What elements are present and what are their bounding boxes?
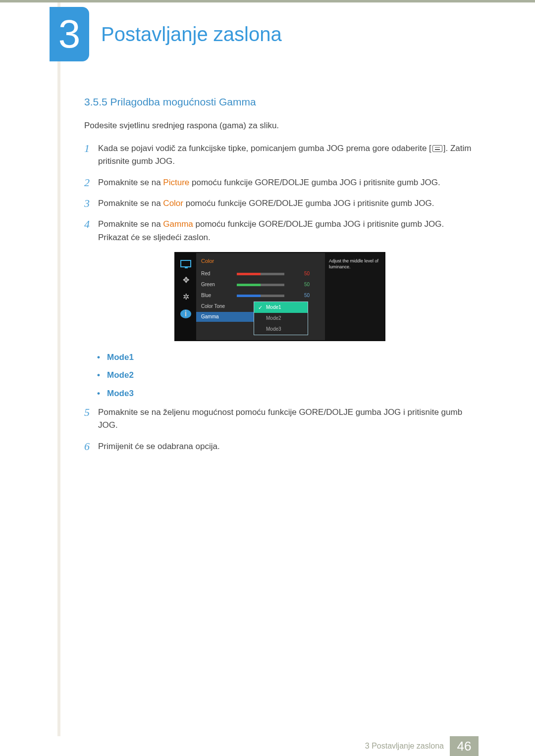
step-4: 4 Pomaknite se na Gamma pomoću funkcije … [84,218,477,244]
gear-icon: ✲ [180,293,191,302]
step-list-continued: 5 Pomaknite se na željenu mogućnost pomo… [84,406,477,453]
osd-bar-red [237,273,284,275]
step-5: 5 Pomaknite se na željenu mogućnost pomo… [84,406,477,432]
step-number: 4 [84,218,98,244]
page-left-accent [57,2,60,736]
osd-row-red: Red 50 [201,268,325,279]
mode-bullet-list: Mode1 Mode2 Mode3 [97,351,477,400]
step-body: Pomaknite se na željenu mogućnost pomoću… [98,406,477,432]
monitor-icon [180,259,191,268]
step-2: 2 Pomaknite se na Picture pomoću funkcij… [84,176,477,189]
osd-dropdown-mode2: Mode2 [254,313,308,324]
osd-gamma-dropdown: Mode1 Mode2 Mode3 [254,302,308,335]
step-3: 3 Pomaknite se na Color pomoću funkcije … [84,197,477,210]
osd-screenshot: ✥ ✲ i Color Red 50 Green 50 Blue 50 Col [174,252,385,341]
step-body: Primijenit će se odabrana opcija. [98,440,477,453]
chapter-badge: 3 [50,7,89,61]
osd-label-blue: Blue [201,292,237,300]
step-list: 1 Kada se pojavi vodič za funkcijske tip… [84,142,477,244]
step-6: 6 Primijenit će se odabrana opcija. [84,440,477,453]
page-footer: 3 Postavljanje zaslona 46 [0,736,535,756]
osd-label-red: Red [201,270,237,278]
step-body: Kada se pojavi vodič za funkcijske tipke… [98,142,477,168]
osd-row-green: Green 50 [201,279,325,290]
osd-dropdown-mode3: Mode3 [254,324,308,335]
mode-bullet-1: Mode1 [97,351,477,364]
section-number: 3.5.5 [84,96,107,107]
term-color: Color [163,199,183,208]
step-body: Pomaknite se na Picture pomoću funkcije … [98,176,477,189]
osd-label-colortone: Color Tone [201,302,237,310]
menu-icon [432,145,442,152]
intro-text: Podesite svjetlinu srednjeg raspona (gam… [84,119,477,132]
osd-menu-title: Color [201,257,325,265]
osd-sidebar: ✥ ✲ i [175,253,196,340]
mode-bullet-3: Mode3 [97,387,477,400]
mode-bullet-2: Mode2 [97,369,477,382]
osd-label-gamma: Gamma [201,313,219,321]
step-number: 5 [84,406,98,432]
step-1: 1 Kada se pojavi vodič za funkcijske tip… [84,142,477,168]
osd-value-red: 50 [304,270,316,278]
osd-bar-green [237,284,284,286]
osd-label-green: Green [201,281,237,289]
step-number: 2 [84,176,98,189]
step-number: 1 [84,142,98,168]
osd-main-panel: Color Red 50 Green 50 Blue 50 Color Tone… [196,253,325,340]
osd-help-panel: Adjust the middle level of luminance. [325,253,384,340]
osd-dropdown-mode1: Mode1 [254,302,308,313]
step-body: Pomaknite se na Color pomoću funkcije GO… [98,197,477,210]
step-number: 3 [84,197,98,210]
footer-page-number: 46 [450,736,479,756]
move-icon: ✥ [180,276,191,285]
section-title: Prilagodba mogućnosti Gamma [110,96,256,107]
page-top-border [0,0,535,2]
page-content: 3.5.5 Prilagodba mogućnosti Gamma Podesi… [84,94,477,461]
section-heading: 3.5.5 Prilagodba mogućnosti Gamma [84,94,477,110]
term-picture: Picture [163,178,189,187]
step-body: Pomaknite se na Gamma pomoću funkcije GO… [98,218,477,244]
osd-value-green: 50 [304,281,316,289]
osd-value-blue: 50 [304,292,316,300]
footer-text: 3 Postavljanje zaslona [365,740,444,753]
osd-row-blue: Blue 50 [201,290,325,301]
step-number: 6 [84,440,98,453]
chapter-title: Postavljanje zaslona [101,19,282,50]
osd-row-gamma-selected: Gamma [196,312,256,322]
info-icon: i [180,309,191,318]
osd-bar-blue [237,295,284,297]
term-gamma: Gamma [163,219,193,229]
chapter-number: 3 [58,14,81,54]
